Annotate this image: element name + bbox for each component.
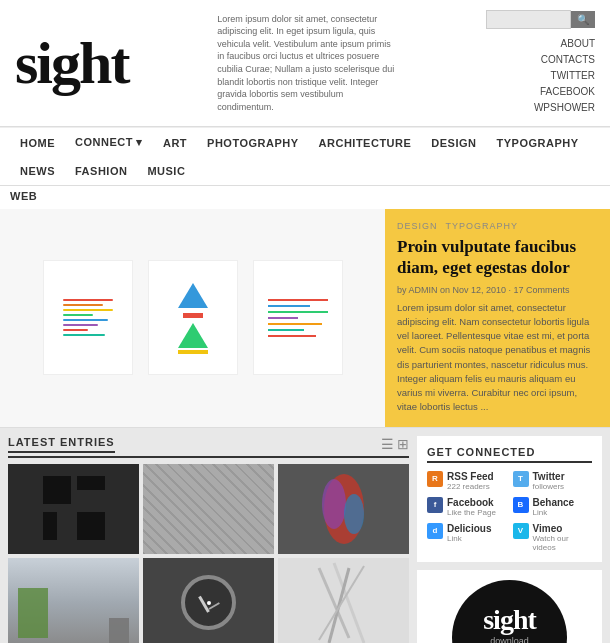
connect-title: GET CONNECTED: [427, 446, 592, 463]
logo-area: sight: [15, 33, 128, 93]
contacts-link[interactable]: CONTACTS: [541, 52, 595, 68]
svg-point-5: [322, 479, 346, 529]
behance-info: Behance Link: [533, 497, 575, 517]
delicious-info: Delicious Link: [447, 523, 491, 543]
download-section: sight download ↓ DOWNLOAD SIGHT THEME: [417, 570, 602, 644]
nav-web[interactable]: WEB: [10, 188, 37, 204]
twitter-name: Twitter: [533, 471, 565, 482]
nav-music[interactable]: MUSIC: [137, 157, 195, 185]
latest-header: LATEST ENTRIES ☰ ⊞: [8, 436, 409, 458]
twitter-count: followers: [533, 482, 565, 491]
grid-item-4[interactable]: [8, 558, 139, 644]
logo[interactable]: sight: [15, 33, 128, 93]
download-sub: download: [490, 636, 529, 643]
rss-icon: R: [427, 471, 443, 487]
rss-info: RSS Feed 222 readers: [447, 471, 494, 491]
nav-typography[interactable]: TYPOGRAPHY: [487, 129, 589, 157]
content-area: LATEST ENTRIES ☰ ⊞: [0, 428, 610, 644]
connect-vimeo[interactable]: V Vimeo Watch our videos: [513, 523, 593, 552]
connect-behance[interactable]: B Behance Link: [513, 497, 593, 517]
art-piece-1: [43, 260, 133, 375]
view-toggle: ☰ ⊞: [381, 436, 409, 452]
hero-body: Lorem ipsum dolor sit amet, consectetur …: [397, 301, 598, 415]
rss-name: RSS Feed: [447, 471, 494, 482]
vimeo-name: Vimeo: [533, 523, 593, 534]
hero-cat-design[interactable]: DESIGN: [397, 221, 438, 231]
latest-entries: LATEST ENTRIES ☰ ⊞: [8, 436, 409, 644]
delicious-count: Link: [447, 534, 491, 543]
connect-rss[interactable]: R RSS Feed 222 readers: [427, 471, 507, 491]
latest-title: LATEST ENTRIES: [8, 436, 115, 453]
about-link[interactable]: ABOUT: [561, 36, 595, 52]
connect-facebook[interactable]: f Facebook Like the Page: [427, 497, 507, 517]
wpshower-link[interactable]: WPSHOWER: [534, 100, 595, 116]
svg-point-6: [344, 494, 364, 534]
grid-item-6[interactable]: [278, 558, 409, 644]
behance-name: Behance: [533, 497, 575, 508]
header-right: 🔍 ABOUT CONTACTS TWITTER FACEBOOK WPSHOW…: [486, 10, 595, 116]
grid-item-3[interactable]: [278, 464, 409, 554]
svg-rect-3: [178, 350, 208, 354]
hero-categories: DESIGN TYPOGRAPHY: [397, 221, 598, 231]
search-input[interactable]: [486, 10, 571, 29]
nav-architecture[interactable]: ARCHITECTURE: [309, 129, 422, 157]
download-logo: sight: [483, 606, 536, 634]
facebook-icon: f: [427, 497, 443, 513]
delicious-icon: d: [427, 523, 443, 539]
vimeo-info: Vimeo Watch our videos: [533, 523, 593, 552]
hero-cat-typography[interactable]: TYPOGRAPHY: [446, 221, 519, 231]
nav-home[interactable]: HOME: [10, 129, 65, 157]
facebook-count: Like the Page: [447, 508, 496, 517]
main-nav: HOME CONNECT ▾ ART PHOTOGRAPHY ARCHITECT…: [0, 127, 610, 186]
connect-twitter[interactable]: T Twitter followers: [513, 471, 593, 491]
download-badge[interactable]: sight download ↓: [452, 580, 567, 644]
twitter-link[interactable]: TWITTER: [551, 68, 595, 84]
facebook-name: Facebook: [447, 497, 496, 508]
vimeo-icon: V: [513, 523, 529, 539]
header-tagline: Lorem ipsum dolor sit amet, consectetur …: [217, 13, 397, 114]
nav-news[interactable]: NEWS: [10, 157, 65, 185]
sidebar: GET CONNECTED R RSS Feed 222 readers T: [417, 436, 602, 644]
grid-item-1[interactable]: [8, 464, 139, 554]
connect-grid: R RSS Feed 222 readers T Twitter followe…: [427, 471, 592, 552]
behance-icon: B: [513, 497, 529, 513]
facebook-info: Facebook Like the Page: [447, 497, 496, 517]
header-links: ABOUT CONTACTS TWITTER FACEBOOK WPSHOWER: [534, 36, 595, 116]
twitter-info: Twitter followers: [533, 471, 565, 491]
grid-item-2[interactable]: [143, 464, 274, 554]
behance-count: Link: [533, 508, 575, 517]
art-piece-2: [148, 260, 238, 375]
facebook-link[interactable]: FACEBOOK: [540, 84, 595, 100]
delicious-name: Delicious: [447, 523, 491, 534]
connect-delicious[interactable]: d Delicious Link: [427, 523, 507, 552]
svg-rect-1: [183, 313, 203, 318]
nav-design[interactable]: DESIGN: [421, 129, 486, 157]
art-piece-3: [253, 260, 343, 375]
grid-item-5[interactable]: [143, 558, 274, 644]
grid-view-icon[interactable]: ⊞: [397, 436, 409, 452]
nav-photography[interactable]: PHOTOGRAPHY: [197, 129, 308, 157]
nav-fashion[interactable]: FASHION: [65, 157, 137, 185]
svg-marker-2: [178, 323, 208, 348]
nav-connect[interactable]: CONNECT ▾: [65, 128, 153, 157]
svg-marker-0: [178, 283, 208, 308]
list-view-icon[interactable]: ☰: [381, 436, 394, 452]
hero-content: DESIGN TYPOGRAPHY Proin vulputate faucib…: [385, 209, 610, 427]
hero-title: Proin vulputate faucibus diam, eget eges…: [397, 236, 598, 279]
hero-section: DESIGN TYPOGRAPHY Proin vulputate faucib…: [0, 209, 610, 428]
search-button[interactable]: 🔍: [571, 11, 595, 28]
rss-count: 222 readers: [447, 482, 494, 491]
search-bar: 🔍: [486, 10, 595, 29]
hero-image: [0, 209, 385, 427]
header: sight Lorem ipsum dolor sit amet, consec…: [0, 0, 610, 127]
twitter-icon: T: [513, 471, 529, 487]
nav-art[interactable]: ART: [153, 129, 197, 157]
vimeo-count: Watch our videos: [533, 534, 593, 552]
connect-section: GET CONNECTED R RSS Feed 222 readers T: [417, 436, 602, 562]
main-content: DESIGN TYPOGRAPHY Proin vulputate faucib…: [0, 209, 610, 643]
hero-meta: by ADMIN on Nov 12, 2010 · 17 Comments: [397, 285, 598, 295]
image-grid: [8, 464, 409, 644]
